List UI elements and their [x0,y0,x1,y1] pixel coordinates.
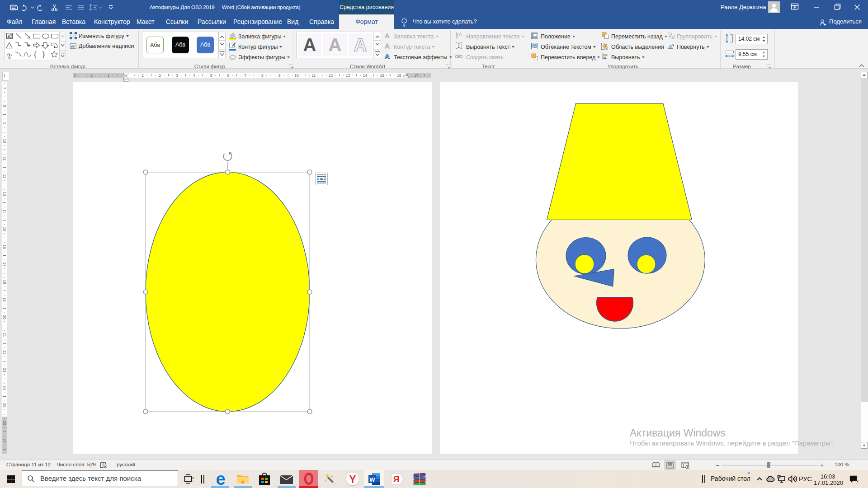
svg-text:W: W [369,476,375,483]
svg-text:11: 11 [2,157,7,161]
svg-text:13: 13 [2,192,7,196]
svg-text:9: 9 [2,122,7,125]
svg-text:15: 15 [2,227,7,231]
svg-text:8: 8 [2,105,7,107]
svg-text:19: 19 [2,297,7,302]
svg-text:22: 22 [2,350,7,355]
svg-text:12: 12 [2,174,7,178]
svg-text:24: 24 [2,385,7,390]
svg-text:23: 23 [2,368,7,372]
svg-text:10: 10 [2,139,7,143]
svg-text:26: 26 [2,421,7,425]
svg-text:16: 16 [2,244,7,249]
svg-text:Я: Я [393,474,400,484]
svg-text:21: 21 [2,333,7,337]
svg-text:20: 20 [2,315,7,319]
svg-text:7: 7 [2,87,7,89]
svg-text:25: 25 [2,403,7,408]
svg-text:14: 14 [2,209,7,214]
svg-text:18: 18 [2,280,7,284]
svg-text:17: 17 [2,262,7,267]
svg-text:27: 27 [2,438,7,443]
